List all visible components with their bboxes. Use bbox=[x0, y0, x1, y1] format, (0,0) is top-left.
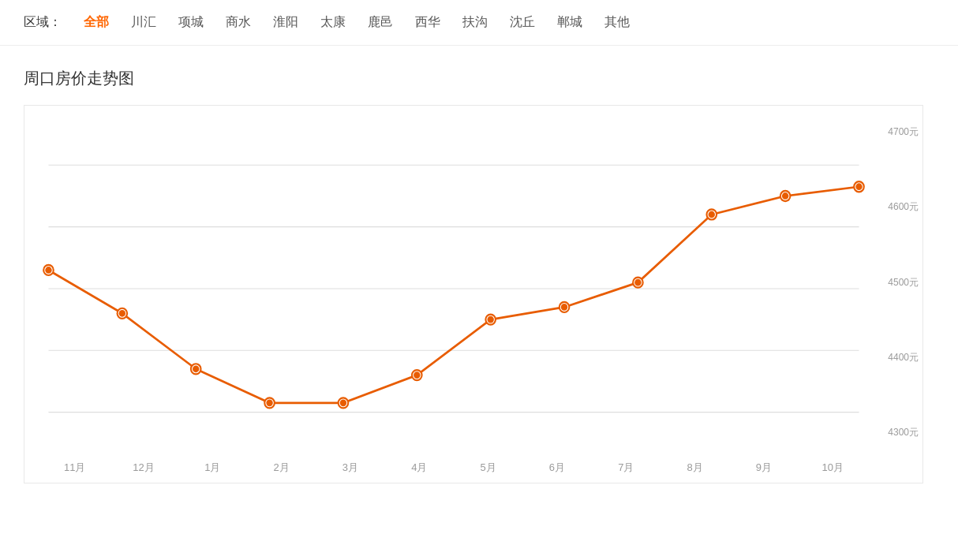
x-label-7: 7月 bbox=[592, 461, 660, 475]
svg-point-16 bbox=[414, 371, 420, 379]
y-label-4700: 4700元 bbox=[871, 125, 922, 139]
x-label-2: 2月 bbox=[247, 461, 316, 475]
region-item-all[interactable]: 全部 bbox=[84, 14, 109, 31]
y-label-4500: 4500元 bbox=[871, 276, 922, 289]
svg-point-24 bbox=[709, 211, 715, 218]
line-chart bbox=[40, 129, 867, 439]
region-item-shenqiu[interactable]: 沈丘 bbox=[510, 14, 535, 31]
svg-point-14 bbox=[340, 399, 346, 406]
y-label-4600: 4600元 bbox=[871, 200, 922, 214]
y-label-4300: 4300元 bbox=[871, 426, 922, 439]
x-label-9: 9月 bbox=[729, 461, 798, 475]
region-item-fugou[interactable]: 扶沟 bbox=[462, 14, 488, 31]
x-label-11: 11月 bbox=[40, 461, 109, 475]
chart-section: 周口房价走势图 4700元 4600元 4500元 4400元 4300元 11… bbox=[0, 46, 958, 499]
x-label-12: 12月 bbox=[109, 461, 178, 475]
x-label-1: 1月 bbox=[178, 461, 247, 475]
x-label-5: 5月 bbox=[454, 461, 522, 475]
region-item-chuanhui[interactable]: 川汇 bbox=[131, 14, 156, 31]
x-label-3: 3月 bbox=[316, 461, 384, 475]
svg-point-12 bbox=[266, 399, 272, 406]
svg-point-20 bbox=[561, 304, 567, 311]
region-item-taikang[interactable]: 太康 bbox=[320, 14, 346, 31]
x-label-10: 10月 bbox=[799, 461, 867, 475]
region-bar: 区域： 全部 川汇 项城 商水 淮阳 太康 鹿邑 西华 扶沟 沈丘 郸城 其他 bbox=[0, 0, 958, 46]
svg-point-6 bbox=[45, 267, 51, 274]
region-item-shangshui[interactable]: 商水 bbox=[226, 14, 251, 31]
chart-title: 周口房价走势图 bbox=[24, 68, 934, 89]
svg-point-26 bbox=[782, 192, 788, 200]
region-item-other[interactable]: 其他 bbox=[604, 14, 630, 31]
x-label-8: 8月 bbox=[660, 461, 729, 475]
region-label: 区域： bbox=[24, 14, 62, 31]
region-item-luyi[interactable]: 鹿邑 bbox=[368, 14, 393, 31]
svg-point-22 bbox=[634, 279, 641, 286]
region-item-xihua[interactable]: 西华 bbox=[415, 14, 440, 31]
chart-container: 4700元 4600元 4500元 4400元 4300元 11月 12月 1月… bbox=[24, 105, 923, 483]
y-label-4400: 4400元 bbox=[871, 351, 922, 364]
region-item-yucheng[interactable]: 郸城 bbox=[557, 14, 582, 31]
svg-point-10 bbox=[193, 365, 199, 372]
svg-point-8 bbox=[119, 310, 125, 317]
x-label-6: 6月 bbox=[522, 461, 591, 475]
x-label-4: 4月 bbox=[385, 461, 454, 475]
svg-point-28 bbox=[855, 183, 862, 190]
svg-point-18 bbox=[487, 316, 493, 323]
region-item-huaiyang[interactable]: 淮阳 bbox=[273, 14, 298, 31]
region-item-xiangcheng[interactable]: 项城 bbox=[178, 14, 204, 31]
